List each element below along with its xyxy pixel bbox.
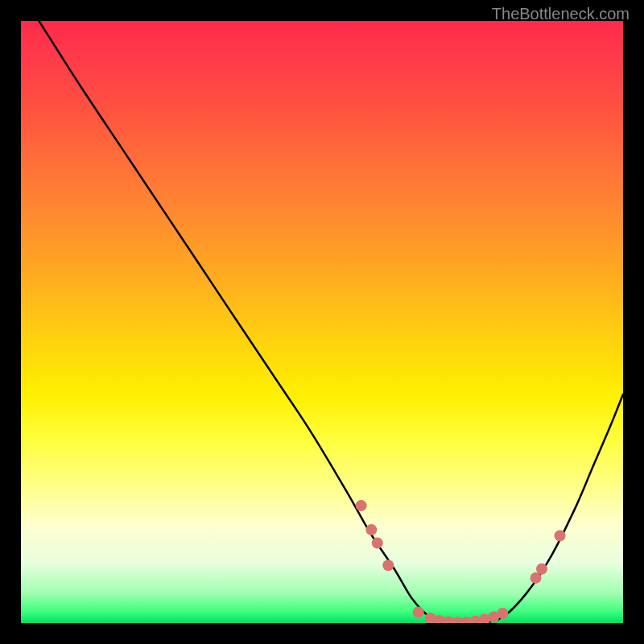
- chart-svg: [21, 21, 623, 623]
- bottleneck-curve-path: [39, 21, 623, 623]
- highlighted-points-group: [356, 500, 566, 623]
- highlighted-point: [497, 608, 508, 619]
- watermark-text: TheBottleneck.com: [492, 5, 630, 23]
- highlighted-point: [555, 530, 566, 542]
- highlighted-point: [382, 559, 394, 571]
- highlighted-point: [372, 538, 383, 549]
- highlighted-point: [413, 607, 424, 618]
- highlighted-point: [356, 500, 367, 511]
- chart-plot-area: [21, 21, 623, 623]
- highlighted-point: [536, 564, 547, 575]
- highlighted-point: [365, 524, 377, 535]
